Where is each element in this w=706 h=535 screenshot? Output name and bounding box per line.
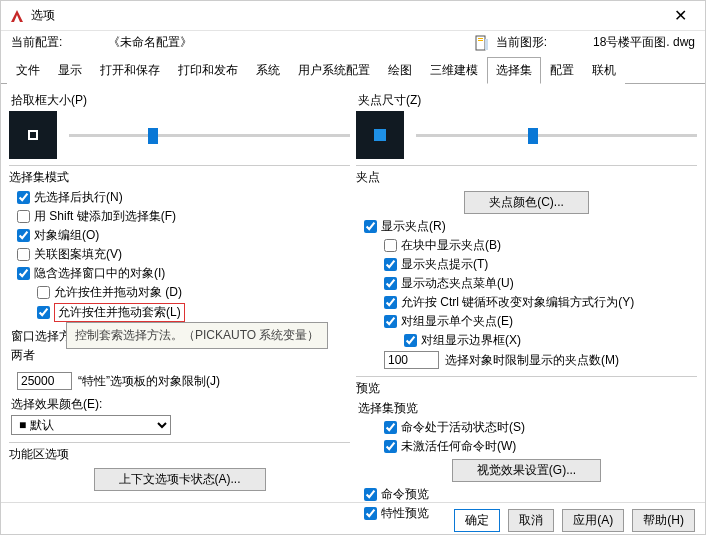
- tab-online[interactable]: 联机: [583, 57, 625, 84]
- svg-rect-3: [478, 40, 483, 41]
- effect-color-label: 选择效果颜色(E):: [9, 395, 350, 414]
- chk-show-grips[interactable]: 显示夹点(R): [356, 217, 697, 236]
- gripsize-label: 夹点尺寸(Z): [358, 92, 697, 109]
- current-drawing-value: 18号楼平面图. dwg: [593, 34, 695, 51]
- pickbox-preview: [9, 111, 57, 159]
- tab-bar: 文件 显示 打开和保存 打印和发布 系统 用户系统配置 绘图 三维建模 选择集 …: [1, 56, 705, 84]
- ribbon-title: 功能区选项: [9, 442, 350, 463]
- chk-ctrl-cycle[interactable]: 允许按 Ctrl 键循环改变对象编辑方式行为(Y): [356, 293, 697, 312]
- window-method-select-truncated[interactable]: 两者: [11, 347, 35, 364]
- tab-profiles[interactable]: 配置: [541, 57, 583, 84]
- visual-effect-button[interactable]: 视觉效果设置(G)...: [452, 459, 601, 482]
- app-icon: [9, 8, 25, 24]
- tab-opensave[interactable]: 打开和保存: [91, 57, 169, 84]
- grip-colors-button[interactable]: 夹点颜色(C)...: [464, 191, 589, 214]
- current-profile-label: 当前配置:: [11, 34, 62, 51]
- chk-group-single-grip[interactable]: 对组显示单个夹点(E): [356, 312, 697, 331]
- close-button[interactable]: ✕: [664, 2, 697, 29]
- ok-button[interactable]: 确定: [454, 509, 500, 532]
- titlebar: 选项 ✕: [1, 1, 705, 31]
- right-column: 夹点尺寸(Z) 夹点 夹点颜色(C)... 显示夹点(R) 在块中显示夹点(B)…: [356, 88, 697, 498]
- chk-press-drag-lasso[interactable]: 允许按住并拖动套索(L): [9, 302, 350, 323]
- chk-dyn-grip-menu[interactable]: 显示动态夹点菜单(U): [356, 274, 697, 293]
- window-title: 选项: [31, 7, 55, 24]
- chk-pickfirst[interactable]: 先选择后执行(N): [9, 188, 350, 207]
- tab-selection[interactable]: 选择集: [487, 57, 541, 84]
- selection-preview-sub: 选择集预览: [356, 399, 697, 418]
- current-drawing-label: 当前图形:: [496, 34, 547, 51]
- chk-cmd-preview[interactable]: 命令预览: [356, 485, 697, 504]
- grips-title: 夹点: [356, 165, 697, 186]
- chk-grip-tips[interactable]: 显示夹点提示(T): [356, 255, 697, 274]
- tab-system[interactable]: 系统: [247, 57, 289, 84]
- gripsize-preview: [356, 111, 404, 159]
- chk-cmd-active[interactable]: 命令处于活动状态时(S): [356, 418, 697, 437]
- tab-3d[interactable]: 三维建模: [421, 57, 487, 84]
- chk-press-drag-obj[interactable]: 允许按住并拖动对象 (D): [9, 283, 350, 302]
- effect-color-select[interactable]: ■ 默认: [11, 415, 171, 435]
- apply-button[interactable]: 应用(A): [562, 509, 624, 532]
- chk-object-group[interactable]: 对象编组(O): [9, 226, 350, 245]
- chk-no-cmd-active[interactable]: 未激活任何命令时(W): [356, 437, 697, 456]
- cancel-button[interactable]: 取消: [508, 509, 554, 532]
- current-profile-value: 《未命名配置》: [108, 34, 192, 51]
- tab-plot[interactable]: 打印和发布: [169, 57, 247, 84]
- context-tab-state-button[interactable]: 上下文选项卡状态(A)...: [94, 468, 266, 491]
- chk-shift-add[interactable]: 用 Shift 键添加到选择集(F): [9, 207, 350, 226]
- panel-area: 拾取框大小(P) 选择集模式 先选择后执行(N) 用 Shift 键添加到选择集…: [1, 84, 705, 502]
- help-button[interactable]: 帮助(H): [632, 509, 695, 532]
- preview-title: 预览: [356, 376, 697, 397]
- tab-display[interactable]: 显示: [49, 57, 91, 84]
- tab-drafting[interactable]: 绘图: [379, 57, 421, 84]
- grip-limit-input[interactable]: [384, 351, 439, 369]
- profile-row: 当前配置: 《未命名配置》 当前图形: 18号楼平面图. dwg: [1, 31, 705, 54]
- svg-rect-2: [478, 38, 483, 39]
- svg-rect-4: [485, 39, 488, 50]
- prop-limit-input[interactable]: [17, 372, 72, 390]
- prop-limit-label: “特性”选项板的对象限制(J): [78, 373, 220, 390]
- chk-implied-window[interactable]: 隐含选择窗口中的对象(I): [9, 264, 350, 283]
- chk-assoc-hatch[interactable]: 关联图案填充(V): [9, 245, 350, 264]
- left-column: 拾取框大小(P) 选择集模式 先选择后执行(N) 用 Shift 键添加到选择集…: [9, 88, 350, 498]
- grip-limit-label: 选择对象时限制显示的夹点数(M): [445, 352, 619, 369]
- pickbox-slider[interactable]: [69, 125, 350, 145]
- selection-mode-title: 选择集模式: [9, 165, 350, 186]
- chk-grips-in-blocks[interactable]: 在块中显示夹点(B): [356, 236, 697, 255]
- chk-group-bbox[interactable]: 对组显示边界框(X): [356, 331, 697, 350]
- tab-file[interactable]: 文件: [7, 57, 49, 84]
- pickbox-label: 拾取框大小(P): [11, 92, 350, 109]
- gripsize-slider[interactable]: [416, 125, 697, 145]
- tooltip: 控制套索选择方法。（PICKAUTO 系统变量）: [66, 322, 328, 349]
- svg-marker-0: [11, 10, 23, 22]
- tab-userprefs[interactable]: 用户系统配置: [289, 57, 379, 84]
- drawing-icon: [474, 35, 490, 51]
